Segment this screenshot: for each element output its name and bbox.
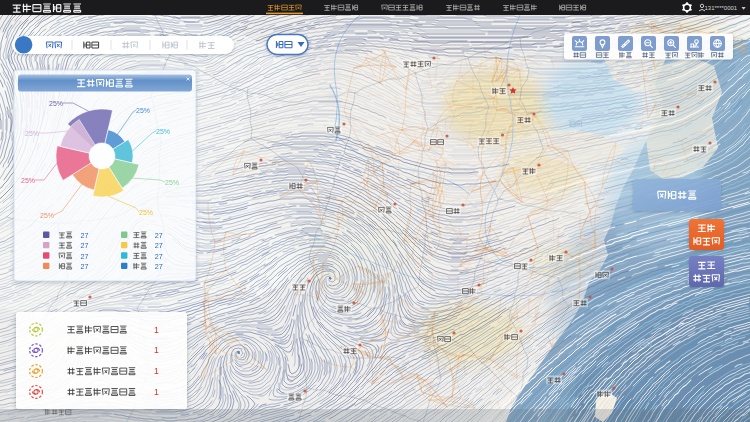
svg-text:27: 27 (81, 231, 89, 240)
svg-text:1: 1 (154, 387, 159, 397)
svg-text:1: 1 (154, 325, 159, 335)
svg-text:27: 27 (81, 262, 89, 271)
svg-text:25%: 25% (49, 100, 63, 107)
svg-text:27: 27 (81, 252, 89, 261)
svg-text:25%: 25% (40, 212, 54, 219)
svg-text:25%: 25% (165, 179, 179, 186)
svg-text:25%: 25% (25, 130, 39, 137)
svg-text:27: 27 (155, 252, 163, 261)
svg-text:25%: 25% (21, 177, 35, 184)
svg-text:25%: 25% (136, 107, 150, 114)
svg-text:27: 27 (155, 262, 163, 271)
svg-text:25%: 25% (139, 209, 153, 216)
svg-text:1: 1 (154, 345, 159, 355)
svg-text:27: 27 (81, 241, 89, 250)
svg-text:1: 1 (154, 366, 159, 376)
svg-text:131****0001: 131****0001 (705, 5, 738, 11)
svg-text:27: 27 (155, 241, 163, 250)
svg-text:25%: 25% (156, 128, 170, 135)
svg-text:27: 27 (155, 231, 163, 240)
